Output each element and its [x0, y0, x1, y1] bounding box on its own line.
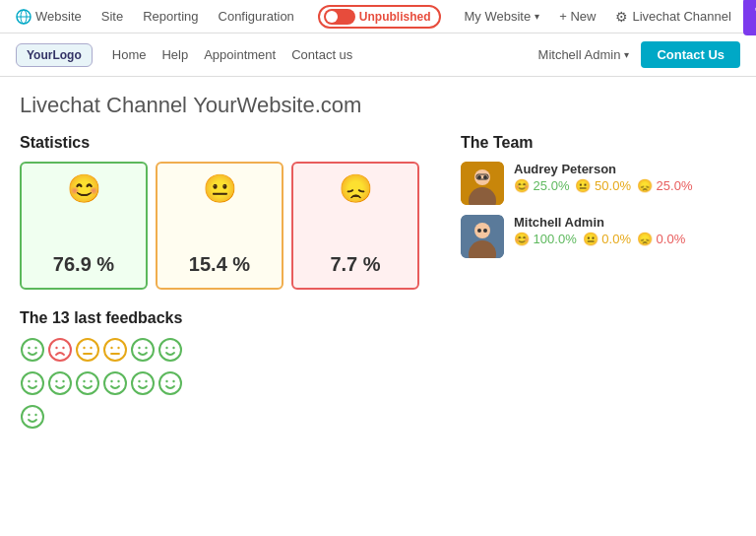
- svg-point-3: [22, 339, 43, 361]
- svg-point-26: [49, 372, 71, 394]
- svg-point-4: [28, 347, 30, 349]
- feedback-heading: The 13 last feedbacks: [20, 309, 421, 327]
- nav-home[interactable]: Home: [112, 45, 147, 64]
- feedback-icon-8: [47, 370, 73, 402]
- content-columns: Statistics 😊 76.9 % 😐 15.4 % 😞 7.7 %: [20, 134, 736, 436]
- admin-chevron-icon: ▾: [624, 49, 629, 60]
- member-stats-1: 😊 100.0% 😐 0.0% 😞 0.0%: [514, 232, 685, 246]
- logo[interactable]: YourLogo: [16, 43, 93, 67]
- svg-point-38: [159, 372, 181, 394]
- feedback-icon-11: [130, 370, 156, 402]
- svg-point-37: [145, 380, 147, 382]
- member-info-0: Audrey Peterson 😊 25.0% 😐 50.0% 😞 25.0%: [514, 162, 692, 193]
- nav-website[interactable]: Website: [8, 5, 90, 29]
- svg-point-18: [138, 347, 140, 349]
- avatar-1: [461, 215, 504, 258]
- svg-point-29: [77, 372, 98, 394]
- feedback-icon-7: [20, 370, 45, 402]
- page-title-sub: YourWebsite.com: [193, 93, 361, 117]
- member-stat: 😐 0.0%: [583, 232, 631, 246]
- feedback-icon-2: [47, 337, 73, 368]
- contact-us-button[interactable]: Contact Us: [641, 41, 740, 68]
- svg-point-15: [117, 347, 119, 349]
- avatar-0: [461, 162, 504, 205]
- nav-new[interactable]: + New: [551, 5, 603, 28]
- smiley-sad-icon: 😞: [339, 175, 373, 203]
- smiley-neutral-icon: 😐: [203, 175, 237, 203]
- svg-point-7: [55, 347, 57, 349]
- svg-point-21: [165, 347, 167, 349]
- feedback-icon-1: [20, 337, 45, 368]
- svg-point-39: [165, 380, 167, 382]
- stat-card-red: 😞 7.7 %: [291, 162, 419, 290]
- team-member-1: Audrey Peterson 😊 25.0% 😐 50.0% 😞 25.0%: [461, 162, 736, 205]
- member-name-1: Mitchell Admin: [514, 215, 685, 230]
- nav-site[interactable]: Site: [94, 5, 131, 28]
- svg-point-53: [477, 229, 481, 233]
- logo-text: YourLogo: [27, 48, 82, 62]
- member-stat: 😐 50.0%: [575, 178, 630, 193]
- unpublished-label: Unpublished: [359, 10, 431, 24]
- feedback-icon-13: [20, 404, 45, 436]
- stat-value-red: 7.7 %: [330, 253, 380, 276]
- nav-configuration[interactable]: Configuration: [211, 5, 302, 28]
- member-name-0: Audrey Peterson: [514, 162, 692, 176]
- stat-card-green: 😊 76.9 %: [20, 162, 148, 290]
- feedback-icon-6: [158, 337, 183, 368]
- admin-dropdown[interactable]: Mitchell Admin ▾: [538, 47, 630, 62]
- toggle-switch-icon: [324, 9, 355, 25]
- svg-point-11: [90, 347, 92, 349]
- svg-point-48: [483, 175, 487, 179]
- svg-point-24: [28, 380, 30, 382]
- team-members: Audrey Peterson 😊 25.0% 😐 50.0% 😞 25.0% …: [461, 162, 736, 258]
- member-stat: 😞 25.0%: [637, 178, 692, 193]
- svg-point-22: [172, 347, 174, 349]
- member-stat: 😞 0.0%: [637, 232, 685, 246]
- nav-appointment[interactable]: Appointment: [204, 45, 276, 64]
- chevron-down-icon: ▾: [535, 11, 539, 22]
- feedback-icons: [20, 337, 197, 436]
- svg-point-54: [483, 229, 487, 233]
- svg-point-47: [477, 175, 481, 179]
- nav-reporting[interactable]: Reporting: [135, 5, 206, 28]
- contact-us-label: Contact Us: [657, 47, 724, 62]
- feedback-icon-9: [75, 370, 100, 402]
- website-nav-right: Mitchell Admin ▾ Contact Us: [538, 41, 740, 68]
- svg-point-51: [474, 223, 490, 238]
- svg-point-41: [22, 406, 43, 428]
- unpublished-toggle[interactable]: Unpublished: [318, 5, 441, 29]
- svg-point-28: [62, 380, 64, 382]
- stat-value-green: 76.9 %: [53, 253, 114, 276]
- nav-website-label: Website: [35, 9, 82, 24]
- edit-button[interactable]: ✏ Edit: [743, 0, 756, 35]
- member-info-1: Mitchell Admin 😊 100.0% 😐 0.0% 😞 0.0%: [514, 215, 685, 246]
- svg-point-23: [22, 372, 43, 394]
- nav-help[interactable]: Help: [161, 45, 188, 64]
- top-navbar: Website Site Reporting Configuration Unp…: [0, 0, 756, 34]
- nav-contactus-link[interactable]: Contact us: [291, 45, 352, 64]
- smiley-happy-icon: 😊: [67, 175, 101, 203]
- feedback-icon-10: [102, 370, 128, 402]
- member-stats-0: 😊 25.0% 😐 50.0% 😞 25.0%: [514, 178, 692, 193]
- svg-point-33: [110, 380, 112, 382]
- nav-mywebsite[interactable]: My Website ▾: [457, 5, 548, 28]
- svg-point-9: [77, 339, 98, 361]
- website-navbar: YourLogo Home Help Appointment Contact u…: [0, 34, 756, 77]
- svg-point-34: [117, 380, 119, 382]
- website-nav-links: Home Help Appointment Contact us: [112, 45, 538, 64]
- svg-point-42: [28, 414, 30, 416]
- svg-point-43: [34, 414, 36, 416]
- svg-point-10: [83, 347, 85, 349]
- svg-point-14: [110, 347, 112, 349]
- member-stat: 😊 100.0%: [514, 232, 577, 246]
- website-icon: [16, 9, 32, 25]
- nav-livechat[interactable]: ⚙ Livechat Channel: [607, 5, 738, 29]
- svg-point-8: [62, 347, 64, 349]
- page-title: Livechat Channel YourWebsite.com: [20, 93, 736, 118]
- svg-point-17: [132, 339, 154, 361]
- feedback-icon-12: [158, 370, 183, 402]
- svg-point-27: [55, 380, 57, 382]
- nav-livechat-label: Livechat Channel: [632, 9, 730, 24]
- svg-point-19: [145, 347, 147, 349]
- member-stat: 😊 25.0%: [514, 178, 569, 193]
